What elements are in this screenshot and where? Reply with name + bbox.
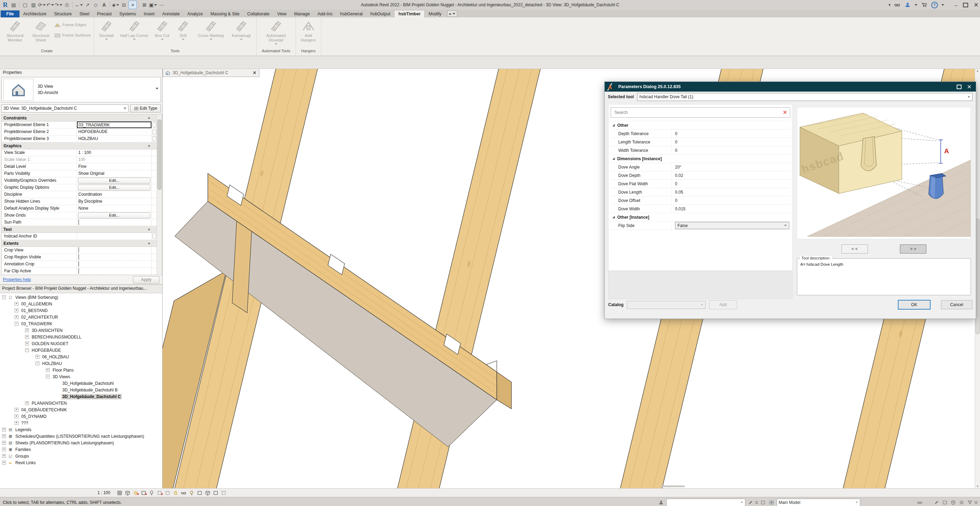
collapse-icon[interactable]: −	[25, 348, 29, 352]
add-button[interactable]: Add	[709, 300, 737, 309]
measure-icon[interactable]: ↔	[75, 1, 83, 9]
group-label-hangers[interactable]: Hangers	[296, 49, 321, 56]
tab-view[interactable]: View	[273, 10, 290, 18]
select-links-icon[interactable]	[916, 500, 923, 506]
apply-button[interactable]: Apply	[133, 276, 159, 283]
group-label-create[interactable]: Create	[0, 49, 94, 56]
show-crop-region-icon[interactable]	[164, 490, 171, 496]
crop-region-visible-checkbox[interactable]	[78, 254, 79, 260]
expand-icon[interactable]: +	[46, 368, 50, 372]
automated-dovetail-button[interactable]: Automated Dovetail	[259, 19, 293, 45]
crop-view-off-icon[interactable]: ✕	[156, 490, 163, 496]
param-row[interactable]: Dove Depth0.02	[611, 171, 790, 180]
detail-level-icon[interactable]	[116, 490, 123, 496]
edit-button[interactable]: Edit...	[78, 178, 150, 183]
param-row[interactable]: Depth Tolerance0	[611, 130, 790, 138]
param-row[interactable]: Width Tolerance0	[611, 146, 790, 154]
tree-item[interactable]: +06_HOLZBAU	[0, 353, 162, 360]
param-row[interactable]: Dove Flat Width0	[611, 180, 790, 188]
tab-steel[interactable]: Steel	[76, 10, 93, 18]
param-section[interactable]: Dimensions [Instance]	[611, 154, 790, 163]
text-note-icon[interactable]: A	[100, 1, 108, 9]
switch-windows-icon[interactable]: ▣	[149, 1, 157, 9]
collapse-arrow-icon[interactable]	[888, 3, 890, 6]
type-selector[interactable]: 3D View 3D-Ansicht	[2, 77, 161, 103]
close-icon[interactable]: ✕	[974, 2, 978, 9]
select-elements-by-face-icon[interactable]	[942, 500, 948, 506]
dialog-title-bar[interactable]: Parameters Dialog 25.0.12.835 ✕	[605, 82, 976, 92]
collapse-icon[interactable]: −	[2, 295, 6, 299]
tree-item[interactable]: +???	[0, 420, 162, 426]
highlight-displacement-sets-icon[interactable]	[212, 490, 220, 496]
open-icon[interactable]: ▢	[21, 1, 29, 9]
group-label-tools[interactable]: Tools	[94, 49, 256, 56]
param-section[interactable]: Other	[611, 121, 790, 130]
ok-button[interactable]: OK	[898, 300, 931, 310]
tree-item[interactable]: −HOLZBAU	[0, 360, 162, 367]
tree-item[interactable]: +▧Sheets (PLANSORTIERUNG nach Leistungsp…	[0, 439, 162, 446]
sign-in-icon[interactable]	[904, 2, 911, 8]
tree-item[interactable]: +3D-ANSICHTEN	[0, 327, 162, 334]
drill-button[interactable]: Drill	[173, 19, 193, 40]
dialog-maximize-icon[interactable]	[957, 84, 961, 89]
tree-item[interactable]: +▤Legends	[0, 426, 162, 433]
tree-item[interactable]: +∞Revit Links	[0, 459, 162, 466]
view-scale-button[interactable]: 1 : 100	[97, 490, 110, 495]
catalog-combo[interactable]	[627, 301, 706, 309]
sign-in-dropdown-icon[interactable]	[915, 4, 917, 6]
previous-tool-button[interactable]: < <	[842, 245, 868, 253]
expand-icon[interactable]: +	[25, 335, 29, 339]
tab-manage[interactable]: Manage	[290, 10, 314, 18]
active-design-option-combo[interactable]: Main Model	[777, 499, 860, 506]
tree-item[interactable]: −03_TRAGWERK	[0, 320, 162, 327]
customize-qat-icon[interactable]: ⋯	[158, 1, 165, 9]
design-options-dialog-icon[interactable]	[768, 500, 775, 506]
tree-item[interactable]: +PLANANSICHTEN	[0, 400, 162, 406]
expand-icon[interactable]: +	[35, 355, 39, 359]
expand-icon[interactable]: +	[14, 302, 19, 306]
collapse-icon[interactable]: −	[14, 322, 19, 326]
tab-hsbtimber[interactable]: hsbTimber	[394, 10, 425, 18]
properties-help-link[interactable]: Properties help	[3, 277, 31, 282]
temporary-hide-isolate-icon[interactable]	[180, 490, 187, 496]
section-header[interactable]: Graphics«	[2, 142, 157, 150]
default-3d-view-icon[interactable]: ◈	[112, 1, 119, 9]
param-row[interactable]: Dove Length0.05	[611, 188, 790, 196]
far-clip-active-checkbox[interactable]	[78, 268, 79, 274]
selection-filter-icon[interactable]	[967, 500, 973, 506]
save-icon[interactable]: ▥	[30, 1, 37, 9]
canvas-horizontal-scrollbar[interactable]	[660, 485, 685, 487]
param-row[interactable]: Dove Width0.015	[611, 205, 790, 213]
expand-icon[interactable]: +	[14, 315, 19, 319]
tree-item[interactable]: +▦Schedules/Quantities (LISTENSORTIERUNG…	[0, 433, 162, 439]
expand-icon[interactable]: +	[14, 408, 19, 412]
aligned-dimension-icon[interactable]: ↗	[84, 1, 91, 9]
tab-massing-site[interactable]: Massing & Site	[207, 10, 243, 18]
expand-icon[interactable]: +	[2, 434, 6, 438]
help-icon[interactable]: ?	[931, 2, 938, 8]
tree-item[interactable]: −3D Views	[0, 373, 162, 380]
select-underlay-elements-icon[interactable]	[925, 500, 931, 506]
tab-systems[interactable]: Systems	[116, 10, 140, 18]
drag-elements-on-selection-icon[interactable]	[950, 500, 956, 506]
editing-requests-icon[interactable]	[748, 500, 754, 506]
half-lap-corner-button[interactable]: Half Lap Corner	[118, 19, 151, 40]
reveal-constraints-icon[interactable]	[220, 490, 228, 496]
search-icon[interactable]	[894, 2, 900, 8]
shadows-off-icon[interactable]: ✕	[140, 490, 147, 496]
tree-item[interactable]: +01_BESTAND	[0, 307, 162, 314]
minimize-icon[interactable]: –	[953, 2, 959, 8]
frame-surfaces-button[interactable]: Frame Surfaces	[54, 32, 91, 39]
clear-search-icon[interactable]: ✕	[783, 109, 787, 116]
section-header[interactable]: Constraints«	[2, 115, 157, 121]
view-selector-combo[interactable]: 3D View: 3D_Hofgebäude_Dachstuhl C	[2, 105, 129, 113]
expand-icon[interactable]: +	[14, 309, 19, 312]
tab-hsbgeneral[interactable]: hsbGeneral	[336, 10, 367, 18]
tree-item[interactable]: +04_GEBÄUDETECHNIK	[0, 406, 162, 413]
param-row[interactable]: Dove Angle20°	[611, 163, 790, 171]
worksets-icon[interactable]	[658, 500, 664, 506]
tree-item[interactable]: −HOFGEBÄUDE	[0, 347, 162, 353]
dovetail-button[interactable]: Dovetail	[97, 19, 116, 40]
structural-sheet-button[interactable]: Structural Sheet	[29, 19, 53, 43]
section-header[interactable]: Text«	[2, 226, 157, 233]
